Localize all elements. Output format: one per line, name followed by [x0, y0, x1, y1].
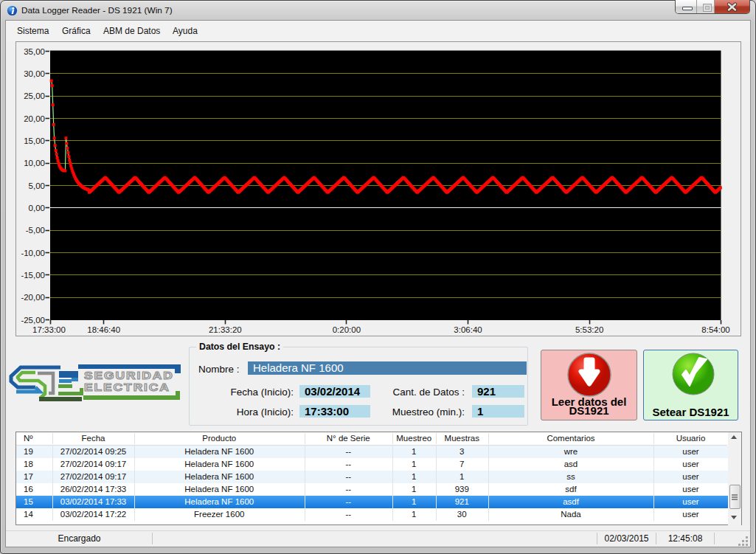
svg-text:20,00: 20,00 — [24, 114, 45, 122]
svg-text:5:53:20: 5:53:20 — [575, 325, 603, 334]
svg-text:21:33:20: 21:33:20 — [209, 325, 242, 334]
svg-text:-25,00: -25,00 — [21, 315, 45, 324]
svg-text:17:33:00: 17:33:00 — [32, 325, 66, 334]
svg-text:5,00: 5,00 — [29, 181, 45, 190]
svg-text:35,00: 35,00 — [24, 46, 45, 55]
svg-text:8:54:00: 8:54:00 — [701, 325, 729, 334]
svg-text:-15,00: -15,00 — [21, 270, 45, 279]
svg-text:-10,00: -10,00 — [21, 248, 45, 257]
svg-text:15,00: 15,00 — [24, 136, 45, 145]
svg-text:25,00: 25,00 — [24, 91, 45, 100]
svg-text:0,00: 0,00 — [29, 203, 45, 212]
svg-text:10,00: 10,00 — [24, 159, 45, 167]
svg-text:3:06:40: 3:06:40 — [454, 325, 482, 334]
svg-text:0:20:00: 0:20:00 — [333, 325, 361, 334]
svg-text:18:46:40: 18:46:40 — [87, 325, 120, 334]
svg-text:30,00: 30,00 — [24, 69, 45, 77]
svg-text:-5,00: -5,00 — [26, 226, 45, 235]
svg-text:-20,00: -20,00 — [21, 293, 45, 302]
